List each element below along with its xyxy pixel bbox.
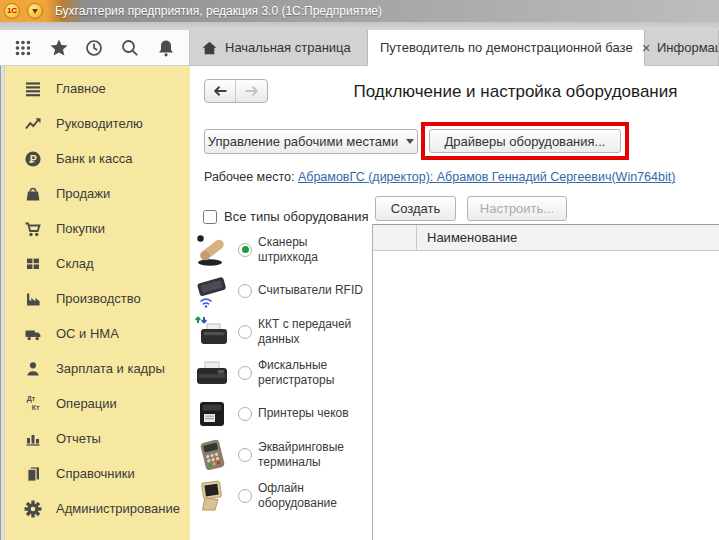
equipment-type-kkt[interactable]: ККТ с передачей данных <box>192 311 372 352</box>
table-header-selector-column[interactable] <box>373 225 417 250</box>
page-title: Подключение и настройка оборудования <box>318 82 713 102</box>
content-area: Главное Руководителю Р Банк и <box>0 66 719 540</box>
sidebar-item-operations[interactable]: ДтКт Операции <box>5 386 190 421</box>
apps-grid-icon[interactable] <box>10 35 36 61</box>
radio-button[interactable] <box>238 284 252 298</box>
sidebar-item-label: ОС и НМА <box>56 326 119 341</box>
sidebar-item-label: Отчеты <box>56 431 101 446</box>
sidebar-item-label: Банк и касса <box>56 151 133 166</box>
sidebar-item-label: Руководителю <box>56 116 143 131</box>
table-header-name-column[interactable]: Наименование <box>417 225 719 250</box>
sidebar-item-label: Покупки <box>56 221 105 236</box>
sidebar-item-bank-cash[interactable]: Р Банк и касса <box>5 141 190 176</box>
tab-label: Начальная страница <box>225 40 351 55</box>
factory-icon <box>24 290 42 308</box>
tab-label: Путеводитель по демонстрационной базе <box>380 40 633 55</box>
sidebar-item-directories[interactable]: Справочники <box>5 456 190 491</box>
workplace-row: Рабочее место: АбрамовГС (директор): Абр… <box>204 170 675 184</box>
sidebar-item-reports[interactable]: Отчеты <box>5 421 190 456</box>
home-icon <box>202 41 217 55</box>
workplace-link[interactable]: АбрамовГС (директор): Абрамов Геннадий С… <box>298 170 675 184</box>
sidebar-item-sales[interactable]: Продажи <box>5 176 190 211</box>
tab-label: Информац <box>657 40 719 55</box>
person-icon <box>24 360 42 378</box>
equipment-type-rfid-readers[interactable]: Считыватели RFID <box>192 270 372 311</box>
search-icon[interactable] <box>117 35 143 61</box>
svg-text:Р: Р <box>30 152 37 164</box>
radio-button[interactable] <box>238 407 252 421</box>
trend-up-icon <box>24 115 42 133</box>
bar-chart-icon <box>24 430 42 448</box>
chevron-down-icon <box>32 9 38 14</box>
radio-button[interactable] <box>238 366 252 380</box>
equipment-type-fiscal-registrators[interactable]: Фискальные регистраторы <box>192 352 372 393</box>
radio-button[interactable] <box>238 489 252 503</box>
window-title: Бухгалтерия предприятия, редакция 3.0 (1… <box>55 4 382 18</box>
debit-credit-icon: ДтКт <box>24 395 42 413</box>
sidebar-item-label: Производство <box>56 291 141 306</box>
sidebar-item-main[interactable]: Главное <box>5 71 190 106</box>
forward-button[interactable] <box>236 80 267 102</box>
tab-home-page[interactable]: Начальная страница <box>190 30 368 66</box>
configure-button[interactable]: Настроить... <box>467 196 567 221</box>
receipt-printer-icon <box>192 397 232 431</box>
sidebar-item-label: Зарплата и кадры <box>56 361 165 376</box>
sidebar-item-administration[interactable]: Администрирование <box>5 491 190 526</box>
system-menu-button[interactable] <box>27 3 43 19</box>
tab-bar: Начальная страница Путеводитель по демон… <box>190 30 719 66</box>
radio-button[interactable] <box>238 325 252 339</box>
ruble-circle-icon: Р <box>24 150 42 168</box>
sections-sidebar: Главное Руководителю Р Банк и <box>5 66 190 540</box>
history-nav-buttons <box>204 79 268 103</box>
books-icon <box>24 465 42 483</box>
rfid-reader-icon <box>192 274 232 308</box>
back-button[interactable] <box>205 80 236 102</box>
radio-button[interactable] <box>238 243 252 257</box>
equipment-type-receipt-printers[interactable]: Принтеры чеков <box>192 393 372 434</box>
notifications-bell-icon[interactable] <box>153 35 179 61</box>
all-types-label: Все типы оборудования <box>224 209 369 224</box>
workplace-label: Рабочее место: <box>204 170 294 184</box>
equipment-table: Наименование <box>372 224 719 540</box>
workplaces-menu-button[interactable]: Управление рабочими местами <box>204 129 418 154</box>
shopping-cart-icon <box>24 220 42 238</box>
equipment-drivers-button[interactable]: Драйверы оборудования... <box>429 129 621 153</box>
tab-demo-guide[interactable]: Путеводитель по демонстрационной базе × <box>368 30 645 66</box>
sidebar-item-salary-hr[interactable]: Зарплата и кадры <box>5 351 190 386</box>
all-types-checkbox[interactable] <box>203 210 217 224</box>
acquiring-terminal-icon <box>192 438 232 472</box>
history-clock-icon[interactable] <box>81 35 107 61</box>
fiscal-registrator-icon <box>192 356 232 390</box>
sidebar-item-warehouse[interactable]: Склад <box>5 246 190 281</box>
shopping-bag-icon <box>24 185 42 203</box>
table-header: Наименование <box>373 224 719 251</box>
favorites-star-icon[interactable] <box>46 35 72 61</box>
menu-icon <box>24 80 42 98</box>
kkt-printer-icon <box>192 315 232 349</box>
sidebar-item-label: Главное <box>56 81 106 96</box>
sidebar-item-production[interactable]: Производство <box>5 281 190 316</box>
radio-button[interactable] <box>238 448 252 462</box>
sidebar-item-manager[interactable]: Руководителю <box>5 106 190 141</box>
barcode-scanner-icon <box>192 233 232 267</box>
tab-information[interactable]: Информац <box>645 30 719 66</box>
sidebar-item-label: Склад <box>56 256 94 271</box>
sidebar-item-fixed-assets[interactable]: ОС и НМА <box>5 316 190 351</box>
sidebar-item-label: Операции <box>56 396 117 411</box>
equipment-type-acquiring-terminals[interactable]: Эквайринговые терминалы <box>192 434 372 475</box>
sidebar-item-label: Администрирование <box>56 501 180 516</box>
main-toolbar <box>0 30 190 66</box>
equipment-form: Подключение и настройка оборудования Упр… <box>190 66 719 540</box>
sidebar-item-purchases[interactable]: Покупки <box>5 211 190 246</box>
sidebar-item-label: Справочники <box>56 466 135 481</box>
equipment-type-barcode-scanners[interactable]: Сканеры штрихкода <box>192 229 372 270</box>
sidebar-item-label: Продажи <box>56 186 110 201</box>
equipment-type-list: Сканеры штрихкода <box>192 229 372 516</box>
offline-equipment-icon <box>192 479 232 513</box>
app-window: 1С Бухгалтерия предприятия, редакция 3.0… <box>0 0 719 540</box>
truck-icon <box>24 325 42 343</box>
window-frame-strip <box>0 22 719 30</box>
create-button[interactable]: Создать <box>375 196 456 221</box>
chevron-down-icon <box>406 139 414 144</box>
equipment-type-offline-equipment[interactable]: Офлайн оборудование <box>192 475 372 516</box>
